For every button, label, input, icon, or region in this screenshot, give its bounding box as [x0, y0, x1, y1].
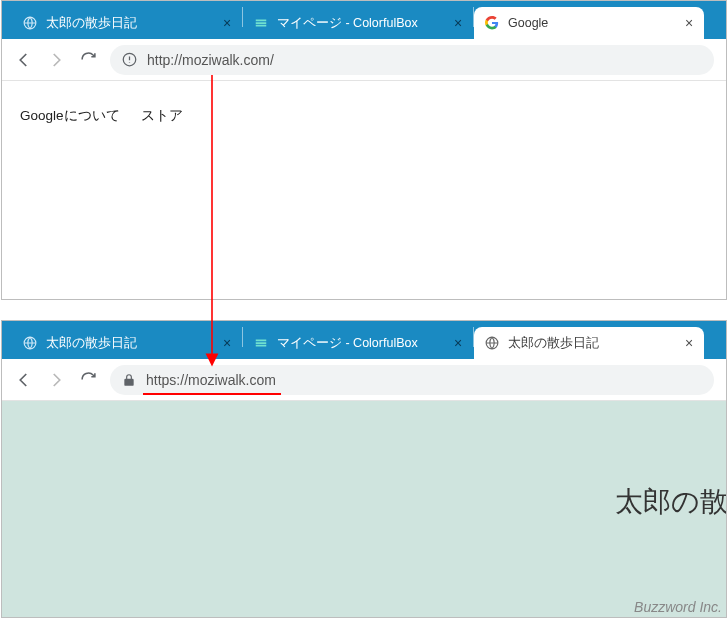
forward-button[interactable] [46, 370, 66, 390]
tab-title: 太郎の散歩日記 [508, 335, 674, 352]
about-link[interactable]: Googleについて [20, 108, 120, 123]
tab-3-active[interactable]: 太郎の散歩日記 × [474, 327, 704, 359]
colorfulbox-icon [253, 335, 269, 351]
reload-button[interactable] [78, 50, 98, 70]
address-bar[interactable]: http://moziwalk.com/ [110, 45, 714, 75]
close-icon[interactable]: × [682, 336, 696, 350]
tab-title: 太郎の散歩日記 [46, 335, 212, 352]
toolbar: https://moziwalk.com [2, 359, 726, 401]
colorfulbox-icon [253, 15, 269, 31]
site-heading: 太郎の散 [615, 483, 726, 521]
page-viewport: 太郎の散 [2, 401, 726, 617]
close-icon[interactable]: × [220, 336, 234, 350]
tab-strip: 太郎の散歩日記 × マイページ - ColorfulBox × Google × [2, 1, 726, 39]
google-header-links: Googleについて ストア [2, 81, 726, 151]
back-button[interactable] [14, 50, 34, 70]
close-icon[interactable]: × [220, 16, 234, 30]
globe-icon [22, 335, 38, 351]
forward-button[interactable] [46, 50, 66, 70]
tab-title: 太郎の散歩日記 [46, 15, 212, 32]
tab-1[interactable]: 太郎の散歩日記 × [12, 7, 242, 39]
toolbar: http://moziwalk.com/ [2, 39, 726, 81]
tab-3-active[interactable]: Google × [474, 7, 704, 39]
close-icon[interactable]: × [451, 336, 465, 350]
tab-strip: 太郎の散歩日記 × マイページ - ColorfulBox × 太郎の散歩日記 … [2, 321, 726, 359]
tab-2[interactable]: マイページ - ColorfulBox × [243, 7, 473, 39]
google-icon [484, 15, 500, 31]
back-button[interactable] [14, 370, 34, 390]
tab-title: マイページ - ColorfulBox [277, 335, 443, 352]
tab-2[interactable]: マイページ - ColorfulBox × [243, 327, 473, 359]
annotation-underline [143, 393, 281, 395]
store-link[interactable]: ストア [141, 108, 183, 123]
close-icon[interactable]: × [682, 16, 696, 30]
globe-icon [22, 15, 38, 31]
lock-icon [122, 373, 136, 387]
url-text: http://moziwalk.com/ [147, 52, 274, 68]
browser-window-bottom: 太郎の散歩日記 × マイページ - ColorfulBox × 太郎の散歩日記 … [1, 320, 727, 618]
tab-title: Google [508, 16, 674, 30]
reload-button[interactable] [78, 370, 98, 390]
tab-title: マイページ - ColorfulBox [277, 15, 443, 32]
not-secure-icon [122, 52, 137, 67]
url-text: https://moziwalk.com [146, 372, 276, 388]
watermark: Buzzword Inc. [634, 599, 722, 615]
close-icon[interactable]: × [451, 16, 465, 30]
globe-icon [484, 335, 500, 351]
browser-window-top: 太郎の散歩日記 × マイページ - ColorfulBox × Google × [1, 0, 727, 300]
page-viewport: Googleについて ストア [2, 81, 726, 299]
address-bar[interactable]: https://moziwalk.com [110, 365, 714, 395]
tab-1[interactable]: 太郎の散歩日記 × [12, 327, 242, 359]
